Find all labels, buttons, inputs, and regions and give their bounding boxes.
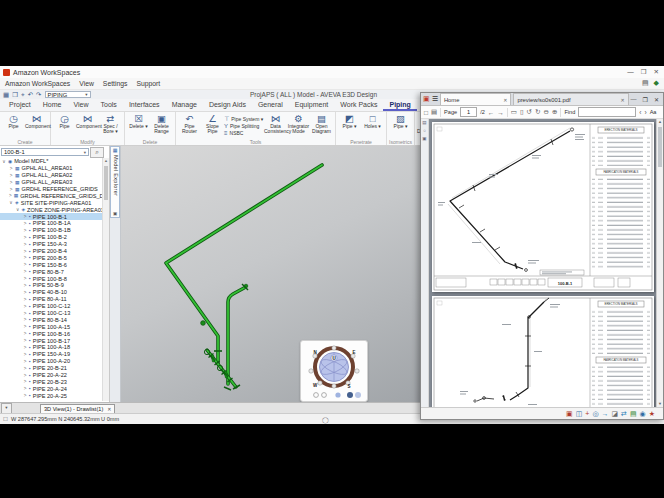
page-number-input[interactable]: 1 xyxy=(460,107,477,117)
ribbon-tab[interactable]: Project xyxy=(3,99,37,111)
tree-item[interactable]: > ▪ PIPE 100-C-13 xyxy=(0,310,103,317)
open-diagram-button[interactable]: ▤Open Diagram xyxy=(310,113,333,135)
compass-west-label[interactable]: W xyxy=(313,383,318,388)
compass-south-label[interactable]: S xyxy=(347,384,350,389)
undo-icon[interactable]: ↶ xyxy=(28,91,33,99)
expand-arrow-icon[interactable]: > xyxy=(23,331,27,336)
expand-arrow-icon[interactable]: > xyxy=(23,345,27,350)
view-tab[interactable]: 3D View(1) - Drawlist(1) ✕ xyxy=(40,404,115,413)
zoom-in-icon[interactable]: ⊕ xyxy=(552,108,557,116)
tree-item[interactable]: > ▪ PIPE 100-B-8 xyxy=(0,275,103,282)
tree-item[interactable]: > ▦ GPHL ALL_AREA01 xyxy=(0,165,103,172)
model-explorer-tab[interactable]: ▦ Model Explorer ▣ xyxy=(110,146,120,218)
expand-arrow-icon[interactable]: > xyxy=(23,373,27,378)
tree-item[interactable]: > ▪ PIPE 100-B-16 xyxy=(0,330,103,337)
tree-scrollbar[interactable]: ▲ xyxy=(102,158,109,401)
expand-arrow-icon[interactable]: > xyxy=(23,269,27,274)
pdf-sheet-icon[interactable]: ▤ xyxy=(630,409,637,419)
tree-item[interactable]: > ▪ PIPE 20-A-25 xyxy=(0,392,103,399)
open-file-icon[interactable]: □ xyxy=(424,109,428,116)
pipe-system-button[interactable]: ⊤Pipe System ▾ xyxy=(224,115,264,122)
pdf-print-icon[interactable]: ▣ xyxy=(566,409,573,419)
close-icon[interactable]: ✕ xyxy=(654,68,659,76)
ribbon-tab[interactable]: Equipment xyxy=(289,99,334,111)
expand-arrow-icon[interactable]: > xyxy=(23,393,27,398)
compass-north-label[interactable]: N xyxy=(313,350,316,355)
expand-arrow-icon[interactable]: > xyxy=(23,255,27,260)
find-prev-icon[interactable]: ‹ xyxy=(639,109,641,116)
tree-item[interactable]: ∨ ◈ SITE SITE-PIPING-AREA01 xyxy=(0,199,103,206)
tree-item[interactable]: > ▪ PIPE 100-A-18 xyxy=(0,344,103,351)
ribbon-tab[interactable]: View xyxy=(67,99,94,111)
tree-item[interactable]: > ▪ PIPE 100-A-20 xyxy=(0,358,103,365)
expand-arrow-icon[interactable]: > xyxy=(23,311,27,316)
maximize-icon[interactable]: ❐ xyxy=(641,68,647,76)
pin-icon[interactable]: ▣ xyxy=(113,211,117,216)
pdf-menu-icon[interactable]: ☰ xyxy=(432,94,438,104)
minimize-icon[interactable]: — xyxy=(627,68,634,76)
tree-item[interactable]: > ▪ PIPE 100-B-1B xyxy=(0,227,103,234)
ribbon-tab[interactable]: General xyxy=(252,99,289,111)
compass-mode-buttons[interactable] xyxy=(314,392,361,398)
discipline-combobox[interactable]: PIPING ▾ xyxy=(45,91,91,98)
expand-arrow-icon[interactable]: > xyxy=(23,324,27,329)
tree-item[interactable]: > ▪ PIPE 100-B-1 xyxy=(0,213,103,220)
tree-item[interactable]: > ▪ PIPE 200-B-4 xyxy=(0,248,103,255)
expand-arrow-icon[interactable]: > xyxy=(23,317,27,322)
integrator-mode-button[interactable]: ⚙Integrator Mode xyxy=(287,113,310,135)
prev-page-icon[interactable]: ← xyxy=(488,109,495,116)
penetrate-pipe-button[interactable]: ◩Pipe ▾ xyxy=(338,113,361,129)
pdf-record-icon[interactable]: ◉ xyxy=(640,409,646,419)
ribbon-tab[interactable]: Design Aids xyxy=(203,99,252,111)
expand-arrow-icon[interactable]: > xyxy=(23,366,27,371)
tree-item[interactable]: > ▪ PIPE 150-B-6 xyxy=(0,261,103,268)
spec-bore-button[interactable]: ⇄Spec / Bore ▾ xyxy=(99,113,122,135)
tree-item[interactable]: > ▪ PIPE 100-C-12 xyxy=(0,303,103,310)
expand-arrow-icon[interactable]: > xyxy=(23,386,27,391)
modify-component-button[interactable]: ⋈Component xyxy=(76,113,99,135)
pdf-add-icon[interactable]: + xyxy=(585,409,589,419)
tree-item[interactable]: > ▪ PIPE 100-B-1A xyxy=(0,220,103,227)
expand-arrow-icon[interactable]: ∨ xyxy=(9,200,13,205)
pdf-tab-document[interactable]: preview/so0s001.pdf ✕ xyxy=(513,93,628,105)
tree-item[interactable]: > ▦ GPHL ALL_AREA02 xyxy=(0,172,103,179)
ribbon-tab[interactable]: Piping xyxy=(383,99,416,111)
printer-icon[interactable]: ▤ xyxy=(642,79,649,87)
3d-viewport[interactable]: U N E S W xyxy=(121,146,420,402)
pdf-minimize-icon[interactable]: — xyxy=(631,96,637,103)
holes-button[interactable]: □Holes ▾ xyxy=(361,113,384,129)
window-icon[interactable]: ❐ xyxy=(12,91,18,99)
menu-item[interactable]: Settings xyxy=(103,80,128,87)
view-list-dropdown[interactable]: ▾ xyxy=(1,403,12,414)
expand-arrow-icon[interactable]: > xyxy=(23,221,27,226)
tree-item[interactable]: > ▪ PIPE 40-B-10 xyxy=(0,289,103,296)
snap-checkbox[interactable]: ☐ xyxy=(3,416,8,422)
create-component-button[interactable]: ⋈Component xyxy=(25,113,48,129)
expand-arrow-icon[interactable]: ∨ xyxy=(16,207,19,212)
expand-arrow-icon[interactable]: > xyxy=(23,235,27,240)
navigation-compass[interactable]: U N E S W xyxy=(300,340,368,402)
health-icon[interactable]: ◆ xyxy=(654,79,659,87)
tree-item[interactable]: > ▪ PIPE 20-B-23 xyxy=(0,379,103,386)
ribbon-tab[interactable]: Manage xyxy=(166,99,203,111)
pdf-app-icon[interactable]: ▣ xyxy=(423,94,430,104)
expand-arrow-icon[interactable]: > xyxy=(23,249,27,254)
modify-pipe-button[interactable]: ◶Pipe xyxy=(53,113,76,135)
expand-arrow-icon[interactable]: > xyxy=(23,379,27,384)
pick-icon[interactable]: ⌖ xyxy=(21,91,25,99)
expand-arrow-icon[interactable]: > xyxy=(23,228,27,233)
delete-range-button[interactable]: ▣Delete Range xyxy=(150,113,173,135)
nsbc-button[interactable]: ≡NSBC xyxy=(224,130,264,136)
expand-arrow-icon[interactable]: > xyxy=(23,283,27,288)
data-consistency-button[interactable]: ⋈Data Consistency xyxy=(264,113,287,135)
grid-icon[interactable]: ▦ xyxy=(3,91,9,99)
tree-item[interactable]: > ▪ PIPE 150-A-3 xyxy=(0,241,103,248)
expand-arrow-icon[interactable]: > xyxy=(23,262,27,267)
expand-arrow-icon[interactable]: > xyxy=(23,276,27,281)
tree-item[interactable]: > ▦ GPHL ALL_AREA03 xyxy=(0,179,103,186)
compass-east-label[interactable]: E xyxy=(352,350,355,355)
tree-item[interactable]: > ▦ GRDHL REFERENCE_GRIDS xyxy=(0,186,103,193)
pdf-shade-icon[interactable]: ◪ xyxy=(611,409,618,419)
match-case-toggle[interactable]: Aa xyxy=(650,109,657,115)
expand-arrow-icon[interactable]: > xyxy=(23,352,27,357)
